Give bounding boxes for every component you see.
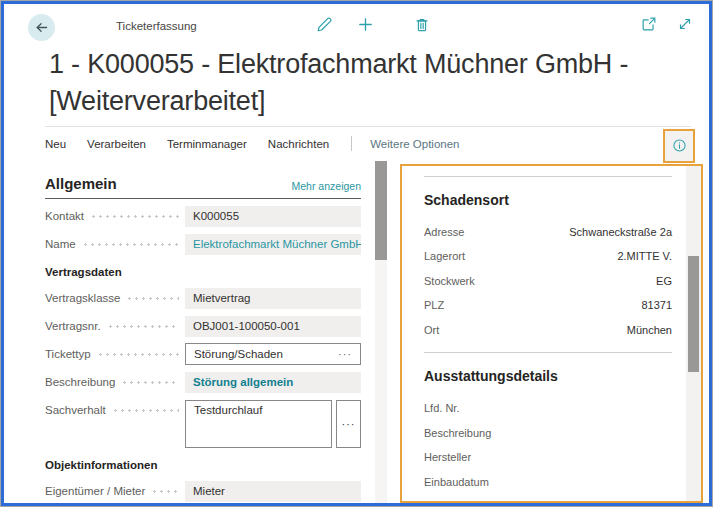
beschreibung-field[interactable]: Störung allgemein xyxy=(185,372,361,393)
expand-icon xyxy=(676,15,694,33)
vertragsnr-label: Vertragsnr. xyxy=(45,320,101,332)
menu-item-weitere-optionen[interactable]: Weitere Optionen xyxy=(370,138,459,150)
stockwerk-value: EG xyxy=(656,275,672,287)
sachverhalt-textarea[interactable]: Testdurchlauf xyxy=(185,400,332,448)
window-frame: Ticketerfassung xyxy=(1,1,712,506)
edit-button[interactable] xyxy=(315,15,334,34)
factbox-row-plz: PLZ 81371 xyxy=(424,293,680,318)
vertragsklasse-label: Vertragsklasse xyxy=(45,292,120,304)
trash-icon xyxy=(413,16,431,34)
beschreibung-label: Beschreibung xyxy=(45,376,115,388)
factbox-row-ort: Ort München xyxy=(424,318,680,343)
sachverhalt-label: Sachverhalt xyxy=(45,404,106,416)
left-scrollbar[interactable] xyxy=(375,161,387,504)
back-arrow-icon xyxy=(33,19,50,36)
hersteller-label: Hersteller xyxy=(424,451,471,463)
vertragsnr-field[interactable]: OBJ001-100050-001 xyxy=(185,316,361,337)
app-title: Ticketerfassung xyxy=(116,20,197,32)
page-title: 1 - K000055 - Elektrofachmarkt Müchner G… xyxy=(4,46,694,121)
eigentuemer-label: Eigentümer / Mieter xyxy=(45,485,145,497)
menu-item-verarbeiten[interactable]: Verarbeiten xyxy=(87,138,146,150)
section-heading-allgemein[interactable]: Allgemein xyxy=(45,175,117,192)
menu-item-nachrichten[interactable]: Nachrichten xyxy=(268,138,329,150)
factbox-row-lfdnr: Lfd. Nr. xyxy=(424,396,680,421)
dotted-leader xyxy=(107,325,179,328)
field-row-tickettyp: Tickettyp Störung/Schaden ··· xyxy=(45,344,361,365)
top-bar: Ticketerfassung xyxy=(4,4,709,46)
stockwerk-label: Stockwerk xyxy=(424,275,475,287)
factbox-heading-schadensort: Schadensort xyxy=(424,192,680,208)
vertragsklasse-field[interactable]: Mietvertrag xyxy=(185,288,361,309)
app-window: Ticketerfassung xyxy=(0,0,713,507)
dotted-leader xyxy=(121,381,179,384)
mehr-anzeigen-link[interactable]: Mehr anzeigen xyxy=(292,180,361,192)
lagerort-label: Lagerort xyxy=(424,250,465,262)
plz-value: 81371 xyxy=(641,299,672,311)
tickettyp-label: Tickettyp xyxy=(45,348,91,360)
record-actions xyxy=(315,15,431,34)
fb-beschreibung-label: Beschreibung xyxy=(424,427,491,439)
dotted-leader xyxy=(126,297,179,300)
new-button[interactable] xyxy=(356,15,375,34)
field-row-name: Name Elektrofachmarkt Müchner GmbH xyxy=(45,234,361,255)
factbox-row-hersteller: Hersteller xyxy=(424,445,680,470)
factbox-row-beschreibung: Beschreibung xyxy=(424,421,680,446)
kontakt-field[interactable]: K000055 xyxy=(185,206,361,227)
factbox-scrollbar[interactable] xyxy=(686,166,701,502)
factbox-row-lagerort: Lagerort 2.MITTE V. xyxy=(424,244,680,269)
factbox-heading-ausstattungsdetails: Ausstattungsdetails xyxy=(424,368,680,384)
field-row-beschreibung: Beschreibung Störung allgemein xyxy=(45,372,361,393)
expand-button[interactable] xyxy=(676,15,694,33)
factbox-row-stockwerk: Stockwerk EG xyxy=(424,269,680,294)
action-bar: Neu Verarbeiten Terminmanager Nachrichte… xyxy=(4,127,709,161)
dotted-leader xyxy=(112,409,179,412)
name-field[interactable]: Elektrofachmarkt Müchner GmbH xyxy=(185,234,361,255)
factbox-content: Schadensort Adresse Schwaneckstraße 2a L… xyxy=(402,166,686,502)
left-scrollbar-thumb[interactable] xyxy=(375,161,387,260)
field-row-sachverhalt: Sachverhalt Testdurchlauf ··· xyxy=(45,400,361,448)
dotted-leader xyxy=(97,353,179,356)
plus-icon xyxy=(356,15,375,34)
ort-value: München xyxy=(627,324,672,336)
einbaudatum-label: Einbaudatum xyxy=(424,476,489,488)
menu-item-terminmanager[interactable]: Terminmanager xyxy=(167,138,247,150)
factbox-row-adresse: Adresse Schwaneckstraße 2a xyxy=(424,220,680,245)
delete-button[interactable] xyxy=(413,16,431,34)
einbau-durch-label: Einbau durch xyxy=(424,500,489,501)
menu-divider xyxy=(351,136,352,151)
dotted-leader xyxy=(90,215,179,218)
group-heading-objektinformationen: Objektinformationen xyxy=(45,459,361,474)
open-in-new-window-button[interactable] xyxy=(640,15,658,33)
back-button[interactable] xyxy=(28,14,55,41)
field-row-eigentuemer: Eigentümer / Mieter Mieter xyxy=(45,481,361,502)
eigentuemer-field[interactable]: Mieter xyxy=(185,481,361,502)
dotted-leader xyxy=(151,490,179,493)
ort-label: Ort xyxy=(424,324,439,336)
info-button[interactable] xyxy=(663,129,695,163)
tickettyp-field[interactable]: Störung/Schaden ··· xyxy=(185,343,361,365)
section-header: Allgemein Mehr anzeigen xyxy=(45,175,361,199)
info-circle-icon xyxy=(671,137,688,154)
factbox-row-einbau-durch: Einbau durch xyxy=(424,494,680,501)
lookup-ellipsis-icon[interactable]: ··· xyxy=(338,348,352,360)
field-row-vertragsnr: Vertragsnr. OBJ001-100050-001 xyxy=(45,316,361,337)
adresse-label: Adresse xyxy=(424,226,464,238)
kontakt-label: Kontakt xyxy=(45,210,84,222)
factbox-divider xyxy=(424,176,672,177)
factbox-row-einbaudatum: Einbaudatum xyxy=(424,470,680,495)
factbox-scrollbar-thumb[interactable] xyxy=(688,256,699,372)
adresse-value: Schwaneckstraße 2a xyxy=(569,226,672,238)
window-actions xyxy=(640,15,694,33)
menu-item-neu[interactable]: Neu xyxy=(45,138,66,150)
field-row-kontakt: Kontakt K000055 xyxy=(45,206,361,227)
plz-label: PLZ xyxy=(424,299,444,311)
pencil-icon xyxy=(315,15,334,34)
page-content: Allgemein Mehr anzeigen Kontakt K000055 … xyxy=(4,161,709,504)
factbox-panel-highlighted: Schadensort Adresse Schwaneckstraße 2a L… xyxy=(400,164,703,504)
name-label: Name xyxy=(45,238,76,250)
tickettyp-value: Störung/Schaden xyxy=(194,348,283,360)
factbox-divider xyxy=(424,352,672,353)
popout-icon xyxy=(640,15,658,33)
assist-edit-button[interactable]: ··· xyxy=(336,400,361,448)
field-row-vertragsklasse: Vertragsklasse Mietvertrag xyxy=(45,288,361,309)
